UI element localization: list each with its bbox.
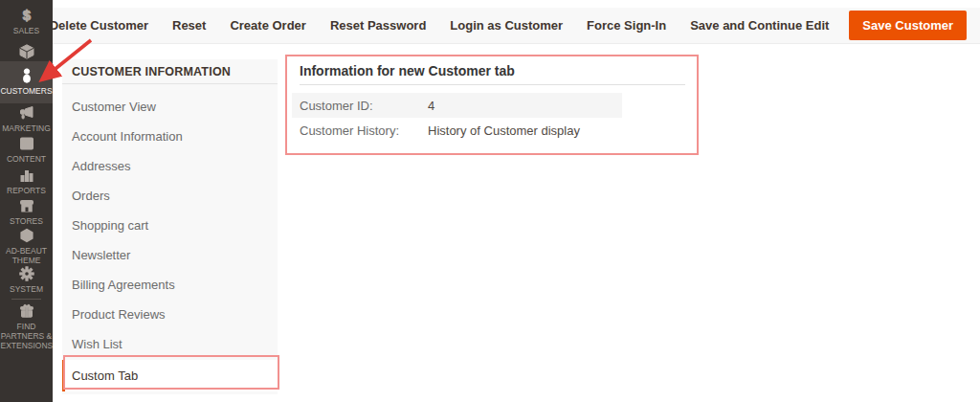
login-as-customer-button[interactable]: Login as Customer (450, 18, 563, 33)
sidebar-item-label: SALES (13, 26, 39, 35)
sidebar-item-customers[interactable]: CUSTOMERS (0, 61, 53, 103)
tab-wish-list[interactable]: Wish List (62, 329, 278, 359)
hexagon-icon (19, 228, 34, 243)
sidebar-item-label: SYSTEM (10, 284, 43, 294)
tab-product-reviews[interactable]: Product Reviews (62, 300, 278, 329)
sidebar-item-label: CUSTOMERS (0, 86, 52, 96)
sidebar-divider (11, 299, 41, 300)
force-sign-in-button[interactable]: Force Sign-In (587, 18, 666, 33)
bar-chart-icon (19, 168, 34, 183)
sidebar-item-content[interactable]: CONTENT (0, 136, 53, 164)
sidebar-item-label: REPORTS (7, 186, 46, 195)
create-order-button[interactable]: Create Order (230, 18, 305, 33)
person-icon (19, 68, 34, 83)
customer-information-panel: CUSTOMER INFORMATION Customer View Accou… (62, 59, 278, 394)
sidebar-item-label: FIND PARTNERS & EXTENSIONS (1, 322, 53, 351)
delete-customer-button[interactable]: Delete Customer (50, 18, 148, 33)
customer-tab-list: Customer View Account Information Addres… (62, 84, 278, 391)
sidebar-item-marketing[interactable]: MARKETING (0, 105, 53, 133)
table-row: Customer History: History of Customer di… (292, 118, 622, 143)
row-value: History of Customer display (428, 123, 580, 138)
customer-info-table: Customer ID: 4 Customer History: History… (292, 93, 622, 143)
sidebar-item-system[interactable]: SYSTEM (0, 266, 53, 294)
tab-billing-agreements[interactable]: Billing Agreements (62, 270, 278, 300)
reset-button[interactable]: Reset (172, 18, 206, 33)
admin-sidebar: $ SALES CATALOG CUSTOMERS MARKETING CONT… (0, 0, 53, 402)
reset-password-button[interactable]: Reset Password (330, 18, 426, 33)
row-label: Customer History: (292, 123, 428, 138)
megaphone-icon (19, 105, 34, 121)
sidebar-item-sales[interactable]: $ SALES (0, 8, 53, 35)
storefront-icon (19, 198, 34, 213)
sidebar-item-reports[interactable]: REPORTS (0, 168, 53, 195)
sidebar-item-ad-beaut-theme[interactable]: AD-BEAUT THEME (0, 228, 53, 265)
sidebar-item-label: STORES (10, 216, 43, 226)
row-label: Customer ID: (292, 99, 428, 113)
tab-shopping-cart[interactable]: Shopping cart (62, 211, 278, 240)
layout-icon (19, 136, 34, 151)
sidebar-item-find-partners[interactable]: FIND PARTNERS & EXTENSIONS (0, 303, 53, 351)
gear-icon (19, 266, 34, 281)
tab-orders[interactable]: Orders (62, 181, 278, 211)
table-row: Customer ID: 4 (292, 93, 622, 118)
tab-addresses[interactable]: Addresses (62, 151, 278, 181)
tab-custom-tab[interactable]: Custom Tab (62, 360, 278, 391)
sidebar-item-label: AD-BEAUT THEME (2, 246, 52, 265)
dollar-icon: $ (19, 8, 34, 23)
page-actions-toolbar: ← Back Delete Customer Reset Create Orde… (53, 8, 980, 44)
save-customer-button[interactable]: Save Customer (849, 11, 967, 40)
heading-divider (300, 84, 685, 85)
tab-account-information[interactable]: Account Information (62, 122, 278, 151)
sidebar-item-stores[interactable]: STORES (0, 198, 53, 226)
sidebar-item-label: CONTENT (7, 154, 46, 164)
content-heading: Information for new Customer tab (300, 63, 515, 78)
row-value: 4 (428, 99, 434, 113)
gift-icon (19, 303, 34, 319)
sidebar-item-label: MARKETING (2, 123, 51, 133)
save-and-continue-button[interactable]: Save and Continue Edit (690, 18, 829, 33)
svg-text:$: $ (22, 8, 31, 23)
tab-newsletter[interactable]: Newsletter (62, 240, 278, 270)
panel-title: CUSTOMER INFORMATION (62, 59, 278, 84)
cube-icon (19, 44, 34, 59)
tab-customer-view[interactable]: Customer View (62, 92, 278, 122)
